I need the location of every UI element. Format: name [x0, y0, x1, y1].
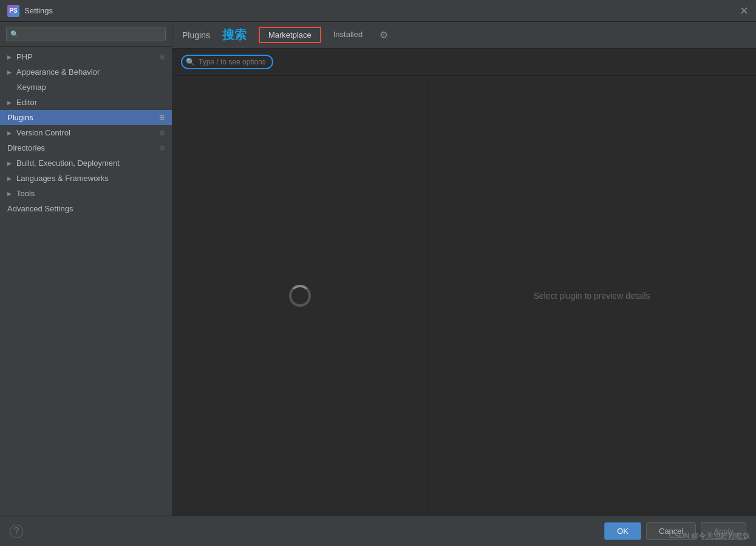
- sidebar-search-wrap: 🔍: [6, 27, 166, 41]
- sidebar-item-label: Tools: [16, 189, 35, 198]
- sidebar-item-languages[interactable]: ▶ Languages & Frameworks: [0, 171, 172, 186]
- content-area: Plugins 搜索 Marketplace Installed ⚙ ← → 🔍: [172, 22, 756, 516]
- arrow-icon: ▶: [7, 191, 12, 197]
- sidebar-item-label: Version Control: [16, 128, 70, 137]
- arrow-icon: ▶: [7, 160, 12, 166]
- forward-button[interactable]: →: [732, 29, 746, 42]
- arrow-icon: ▶: [7, 176, 12, 182]
- plugin-search-area: 🔍 Type / to see options: [172, 49, 756, 76]
- sidebar-items: ▶ PHP ⊞ ▶ Appearance & Behavior Keymap ▶…: [0, 47, 172, 516]
- sidebar-search-icon: 🔍: [10, 30, 19, 38]
- arrow-icon: ▶: [7, 69, 12, 75]
- sidebar-search-input[interactable]: [6, 27, 166, 41]
- sidebar-item-plugins[interactable]: Plugins ⊞: [0, 110, 172, 125]
- arrow-icon: ▶: [7, 130, 12, 136]
- app-logo: PS: [7, 5, 19, 17]
- back-button[interactable]: ←: [712, 29, 727, 42]
- pin-icon: ⊞: [159, 144, 165, 152]
- watermark: CSDN @今天也好好吃饭: [669, 531, 750, 541]
- sidebar-search-area: 🔍: [0, 22, 172, 47]
- sidebar-item-label: Editor: [16, 98, 37, 107]
- loading-spinner: [285, 281, 315, 310]
- titlebar-left: PS Settings: [7, 5, 53, 17]
- plugin-main: Select plugin to preview details: [172, 76, 756, 516]
- plugin-search-icon: 🔍: [186, 58, 195, 66]
- ok-button[interactable]: OK: [604, 522, 641, 540]
- plugin-list-area: [172, 76, 427, 516]
- titlebar: PS Settings ✕: [0, 0, 756, 22]
- tab-nav-arrows: ← →: [712, 29, 746, 42]
- tab-marketplace[interactable]: Marketplace: [259, 27, 321, 43]
- sidebar-item-label: Advanced Settings: [7, 204, 73, 213]
- tab-bar: Marketplace Installed ⚙: [259, 26, 388, 44]
- main-container: 🔍 ▶ PHP ⊞ ▶ Appearance & Behavior Keymap: [0, 22, 756, 516]
- tab-installed-label: Installed: [333, 30, 363, 39]
- pin-icon: ⊞: [159, 53, 165, 61]
- tab-installed[interactable]: Installed: [324, 26, 372, 44]
- sidebar-item-keymap[interactable]: Keymap: [0, 80, 172, 95]
- sidebar-item-editor[interactable]: ▶ Editor: [0, 95, 172, 110]
- plugin-search-placeholder: Type / to see options: [199, 58, 266, 66]
- sidebar-item-php[interactable]: ▶ PHP ⊞: [0, 49, 172, 64]
- search-annotation: 搜索: [222, 27, 247, 43]
- sidebar-item-label: Plugins: [7, 113, 33, 122]
- detail-placeholder-text: Select plugin to preview details: [533, 291, 650, 301]
- spinner-ring: [289, 285, 311, 307]
- sidebar-item-label: Directories: [7, 143, 45, 152]
- sidebar-item-version-control[interactable]: ▶ Version Control ⊞: [0, 125, 172, 140]
- tab-marketplace-label: Marketplace: [268, 30, 312, 39]
- pin-icon: ⊞: [159, 114, 165, 121]
- titlebar-title: Settings: [24, 6, 53, 15]
- pin-icon: ⊞: [159, 129, 165, 137]
- sidebar-item-label: Appearance & Behavior: [16, 67, 100, 77]
- sidebar-item-label: Build, Execution, Deployment: [16, 159, 120, 168]
- plugins-label: Plugins: [182, 30, 215, 40]
- plugin-search-oval-container: 🔍 Type / to see options: [181, 55, 273, 69]
- plugin-detail-area: Select plugin to preview details: [427, 76, 756, 516]
- sidebar-item-appearance[interactable]: ▶ Appearance & Behavior: [0, 64, 172, 80]
- sidebar-item-label: Languages & Frameworks: [16, 174, 109, 183]
- arrow-icon: ▶: [7, 54, 12, 60]
- close-button[interactable]: ✕: [740, 5, 749, 16]
- arrow-icon: ▶: [7, 100, 12, 106]
- help-button[interactable]: ?: [10, 525, 23, 538]
- sidebar-item-build[interactable]: ▶ Build, Execution, Deployment: [0, 155, 172, 171]
- sidebar-item-label: Keymap: [17, 83, 46, 92]
- sidebar-item-label: PHP: [16, 52, 33, 61]
- plugins-header: Plugins 搜索 Marketplace Installed ⚙ ← →: [172, 22, 756, 49]
- bottom-bar: ? OK Cancel Apply: [0, 516, 756, 546]
- sidebar-item-advanced[interactable]: Advanced Settings: [0, 201, 172, 216]
- sidebar: 🔍 ▶ PHP ⊞ ▶ Appearance & Behavior Keymap: [0, 22, 172, 516]
- sidebar-item-directories[interactable]: Directories ⊞: [0, 140, 172, 155]
- gear-icon[interactable]: ⚙: [380, 29, 388, 41]
- sidebar-item-tools[interactable]: ▶ Tools: [0, 186, 172, 201]
